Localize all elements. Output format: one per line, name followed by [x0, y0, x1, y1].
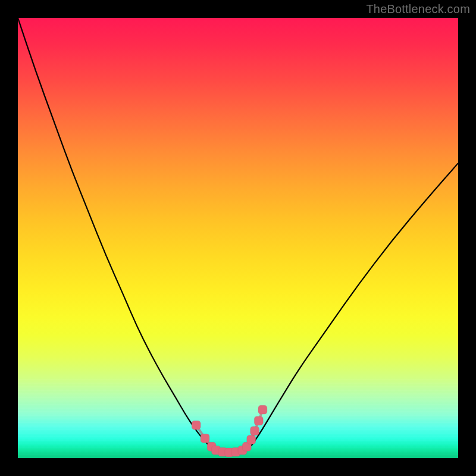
valley-marker [247, 436, 256, 444]
marker-group [192, 405, 267, 457]
valley-marker [201, 434, 209, 443]
plot-area [18, 18, 458, 458]
valley-marker [258, 405, 267, 414]
left-curve [18, 18, 212, 449]
right-curve [251, 163, 458, 446]
curve-layer [18, 18, 458, 458]
watermark-text: TheBottleneck.com [366, 2, 470, 16]
valley-marker [250, 427, 259, 436]
valley-marker [254, 416, 263, 425]
chart-frame: TheBottleneck.com [0, 0, 476, 476]
valley-marker [192, 421, 201, 430]
